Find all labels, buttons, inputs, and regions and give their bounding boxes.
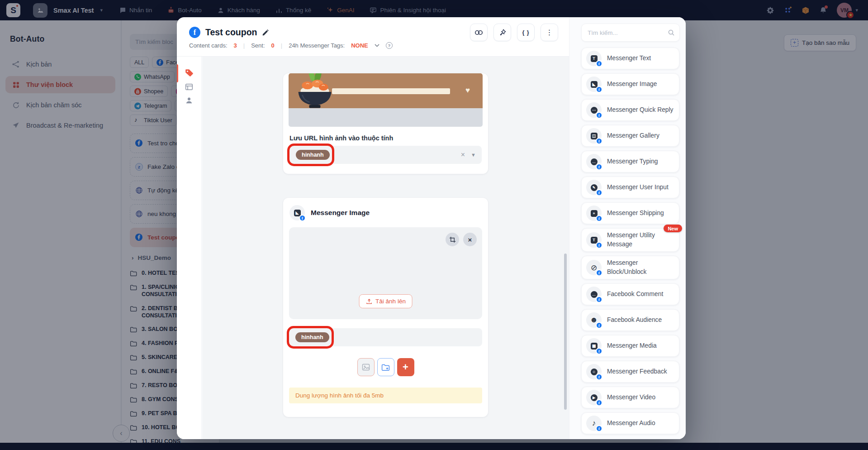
json-braces-button[interactable]: { } [517, 24, 535, 41]
block-type-label: Messenger Block/Unblock [607, 259, 675, 277]
block-type-search-input[interactable] [581, 24, 680, 42]
template-tab-icon[interactable] [185, 82, 194, 91]
clear-icon[interactable]: × [461, 151, 465, 159]
block-type-facebook-audience[interactable]: ☻fFacebook Audience [581, 309, 679, 331]
help-icon[interactable]: ? [386, 42, 393, 49]
block-type-messenger-quick-reply[interactable]: ⋯fMessenger Quick Reply [581, 99, 679, 121]
tags-label: 24h Messenger Tags: [289, 42, 345, 49]
tag-tab-icon[interactable] [185, 69, 194, 77]
messenger-media-icon: ▦f [586, 338, 602, 354]
folder-plus-button[interactable] [377, 358, 394, 376]
facebook-comment-icon: …f [586, 287, 602, 302]
messenger-user-input-icon: ✎f [586, 180, 602, 195]
attribute-select[interactable]: hinhanh × ▼ [289, 146, 482, 164]
block-type-label: Facebook Audience [607, 316, 662, 325]
block-type-messenger-utility-message[interactable]: TfMessenger Utility MessageNew [581, 228, 679, 252]
block-type-label: Messenger Text [607, 54, 651, 63]
app-root: S Smax AI Test ▾ Nhắn tinBot-AutoKhách h… [0, 0, 868, 450]
image-size-warning: Dung lượng hình ảnh tối đa 5mb [289, 388, 482, 403]
facebook-badge-icon: f [596, 138, 602, 144]
content-cards-value: 3 [234, 42, 237, 49]
messenger-block-icon: ⊘f [586, 260, 602, 275]
user-tab-icon[interactable] [185, 96, 194, 105]
image-bottom-strip [289, 108, 483, 127]
block-type-messenger-media[interactable]: ▦fMessenger Media [581, 335, 679, 357]
facebook-icon: f [189, 27, 200, 38]
block-type-messenger-typing[interactable]: …fMessenger Typing [581, 151, 679, 172]
facebook-badge-icon: f [596, 399, 602, 406]
block-type-facebook-comment[interactable]: …fFacebook Comment [581, 283, 679, 305]
facebook-badge-icon: f [596, 242, 602, 249]
block-stats: Content cards:3 | Sent:0 | 24h Messenger… [189, 42, 569, 49]
copy-link-button[interactable] [470, 24, 488, 41]
facebook-badge-icon: f [596, 296, 602, 303]
block-type-label: Messenger Audio [607, 419, 655, 428]
attribute-select[interactable]: hinhanh [289, 328, 482, 346]
block-type-label: Messenger Feedback [607, 367, 667, 376]
folder-plus-icon [381, 363, 390, 372]
sent-label: Sent: [251, 42, 265, 49]
block-type-label: Facebook Comment [607, 290, 663, 299]
block-content-area: ♥ Lưu URL hình ảnh vào thuộc tính hinhan… [202, 57, 569, 439]
scrollbar-thumb[interactable] [564, 254, 567, 410]
scrollbar [564, 57, 567, 437]
block-type-label: Messenger Video [607, 393, 655, 402]
block-type-label: Messenger Media [607, 341, 657, 350]
new-badge: New [664, 225, 682, 232]
facebook-badge-icon: f [596, 189, 602, 196]
save-url-label: Lưu URL hình ảnh vào thuộc tính [289, 134, 482, 142]
messenger-gallery-icon: ◫f [586, 128, 602, 144]
facebook-badge-icon: f [596, 269, 602, 276]
image-icon [362, 363, 370, 371]
block-type-messenger-image[interactable]: ◣fMessenger Image [581, 73, 679, 95]
facebook-badge-icon: f [596, 86, 602, 93]
messenger-utility-icon: Tf [586, 232, 602, 248]
messenger-shipping-icon: »f [586, 206, 602, 221]
block-type-messenger-block-unblock[interactable]: ⊘fMessenger Block/Unblock [581, 256, 679, 279]
block-editor-modal: f Test coupon Content cards:3 | Sent:0 |… [177, 17, 686, 439]
block-type-messenger-text[interactable]: TfMessenger Text [581, 48, 679, 69]
chevron-down-icon[interactable] [375, 44, 379, 47]
edit-pencil-icon[interactable] [262, 29, 269, 36]
block-type-label: Messenger Typing [607, 157, 658, 166]
pin-button[interactable] [493, 24, 511, 41]
block-type-messenger-feedback[interactable]: ☺fMessenger Feedback [581, 361, 679, 383]
block-type-panel: TfMessenger Text◣fMessenger Image⋯fMesse… [569, 17, 686, 439]
messenger-image-icon: ◣f [289, 205, 305, 220]
block-type-label: Messenger Utility Message [607, 231, 675, 249]
messenger-text-icon: Tf [586, 51, 602, 66]
coupon-image: ♥ [289, 73, 483, 108]
block-type-label: Messenger Shipping [607, 209, 664, 218]
close-icon[interactable]: × [463, 233, 477, 246]
image-upload-zone[interactable]: × Tải ảnh lên [289, 227, 482, 319]
uploaded-image-preview[interactable]: ♥ [289, 73, 483, 127]
block-type-messenger-video[interactable]: ▶fMessenger Video [581, 387, 679, 408]
facebook-badge-icon: f [596, 348, 602, 354]
block-type-messenger-gallery[interactable]: ◫fMessenger Gallery [581, 125, 679, 147]
image-placeholder-button[interactable] [357, 358, 375, 376]
image-attribute-card: ♥ Lưu URL hình ảnh vào thuộc tính hinhan… [283, 73, 488, 174]
more-options-button[interactable]: ⋮ [541, 24, 558, 41]
block-type-messenger-audio[interactable]: ♪fMessenger Audio [581, 412, 679, 434]
heart-icon: ♥ [465, 86, 470, 95]
messenger-audio-icon: ♪f [586, 416, 602, 431]
messenger-typing-icon: …f [586, 154, 602, 169]
crop-icon[interactable] [446, 233, 459, 246]
block-type-label: Messenger User Input [607, 183, 669, 192]
add-button[interactable]: + [397, 358, 414, 376]
dropdown-caret-icon[interactable]: ▼ [471, 152, 476, 158]
modal-side-rail [177, 57, 202, 439]
block-type-messenger-user-input[interactable]: ✎fMessenger User Input [581, 177, 679, 198]
attribute-tag[interactable]: hinhanh [295, 332, 329, 342]
food-bowl-illustration [293, 73, 337, 108]
block-type-messenger-shipping[interactable]: »fMessenger Shipping [581, 202, 679, 224]
block-type-label: Messenger Image [607, 80, 657, 89]
card-title: Messenger Image [311, 209, 370, 217]
block-type-label: Messenger Quick Reply [607, 105, 673, 115]
messenger-image-icon: ◣f [586, 77, 602, 92]
facebook-badge-icon: f [596, 60, 602, 67]
facebook-badge-icon: f [596, 112, 602, 119]
attribute-tag[interactable]: hinhanh [296, 150, 330, 160]
upload-image-button[interactable]: Tải ảnh lên [359, 294, 413, 308]
active-tab-indicator [177, 64, 178, 82]
